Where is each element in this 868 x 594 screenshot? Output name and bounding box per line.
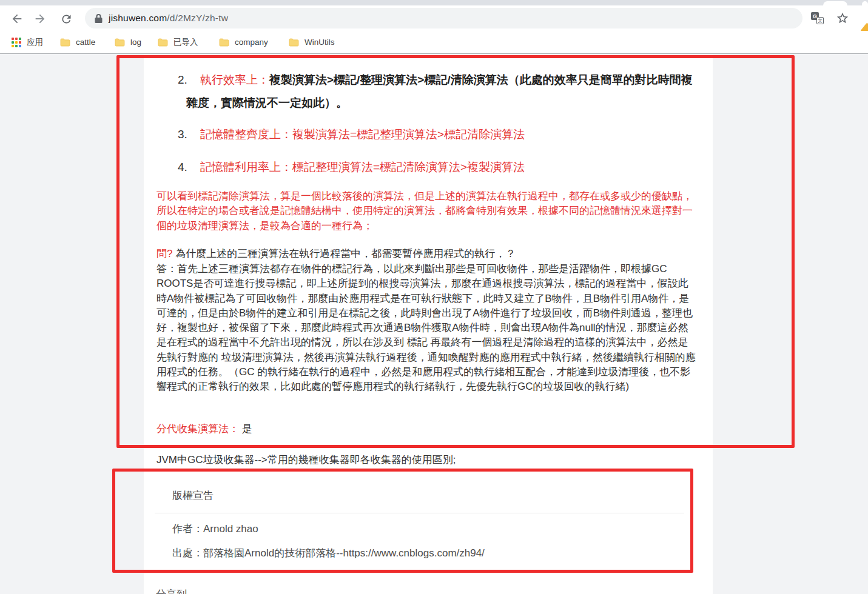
copyright-source-line: 出處：部落格園Arnold的技術部落格--https://www.cnblogs… (172, 546, 485, 561)
bookmark-label: cattle (76, 38, 95, 47)
tab-strip (0, 0, 868, 5)
bookmark-label: company (235, 38, 268, 47)
forward-button[interactable] (33, 12, 47, 26)
generation-value: 是 (242, 423, 252, 435)
source-value: 部落格園Arnold的技術部落格--https://www.cnblogs.co… (203, 547, 485, 559)
forward-arrow-icon (33, 12, 47, 25)
list-item-label: 執行效率上： (200, 73, 269, 86)
article-card: 2. 執行效率上：複製演算法>標記/整理演算法>標記/清除演算法（此處的效率只是… (144, 54, 713, 594)
folder-icon (115, 38, 125, 47)
source-label: 出處： (172, 547, 203, 559)
share-label: 分享到 (156, 587, 187, 594)
bookmark-folder-imported[interactable]: 已导入 (158, 31, 198, 53)
tab-gap-notch (823, 1, 847, 5)
bookmark-folder-company[interactable]: company (219, 31, 268, 53)
back-button[interactable] (10, 12, 24, 26)
folder-icon (219, 38, 229, 47)
translate-icon[interactable]: G 文 (811, 12, 824, 24)
bookmarks-bar: 应用 cattle log 已导入 company WinUtils (0, 31, 868, 53)
summary-paragraph: 可以看到標記清除演算法，算是一個比較落後的演算法，但是上述的演算法在執行過程中，… (156, 189, 698, 233)
folder-icon (289, 38, 299, 47)
url-path: /d/2MzY/zh-tw (167, 13, 228, 24)
browser-window: jishuwen.com/d/2MzY/zh-tw G 文 应用 cattle … (0, 0, 868, 594)
address-bar[interactable]: jishuwen.com/d/2MzY/zh-tw (85, 8, 802, 28)
bookmark-folder-cattle[interactable]: cattle (60, 31, 95, 53)
lock-glyph (95, 13, 103, 23)
list-item-text: 標記整理演算法=標記清除演算法>複製演算法 (292, 161, 525, 173)
generation-label: 分代收集演算法： (156, 423, 239, 435)
list-item-label: 記憶體利用率上： (200, 161, 292, 173)
bookmark-label: WinUtils (304, 38, 335, 47)
list-item-text-wrap: 記憶體利用率上：標記整理演算法=標記清除演算法>複製演算法 (186, 156, 701, 179)
bookmark-star-icon[interactable] (835, 11, 850, 25)
author-label: 作者： (172, 523, 203, 535)
copyright-author-line: 作者：Arnold zhao (172, 522, 258, 536)
translate-wen-glyph: 文 (816, 17, 824, 24)
page-viewport: 2. 執行效率上：複製演算法>標記/整理演算法>標記/清除演算法（此處的效率只是… (0, 53, 868, 594)
back-arrow-icon (10, 12, 24, 25)
question-label: 問? (156, 248, 172, 259)
ssl-lock-icon[interactable] (95, 13, 103, 23)
copyright-divider (155, 513, 684, 513)
reload-icon (60, 13, 73, 25)
list-item-text-wrap: 執行效率上：複製演算法>標記/整理演算法>標記/清除演算法（此處的效率只是簡單的… (186, 68, 701, 115)
generation-line: 分代收集演算法： 是 (156, 422, 698, 436)
author-value: Arnold zhao (203, 523, 258, 535)
reload-button[interactable] (59, 12, 73, 26)
url-domain: jishuwen.com (109, 13, 167, 24)
folder-icon (60, 38, 70, 47)
bookmark-apps[interactable]: 应用 (11, 31, 43, 53)
browser-toolbar: jishuwen.com/d/2MzY/zh-tw G 文 (0, 5, 868, 31)
answer-paragraph: 答：首先上述三種演算法都存在物件的標記行為，以此來判斷出那些是可回收物件，那些是… (156, 262, 698, 395)
list-item-text: 複製演算法=標記整理演算法>標記清除演算法 (292, 128, 525, 141)
bookmark-label: 已导入 (173, 37, 198, 48)
folder-icon (158, 38, 168, 47)
question-text: 為什麼上述的三種演算法在執行過程當中，都需要暫停應用程式的執行，？ (175, 248, 516, 259)
list-item-label: 記憶體整齊度上： (200, 128, 292, 141)
bookmark-folder-winutils[interactable]: WinUtils (289, 31, 335, 53)
bookmark-label: 应用 (27, 37, 43, 48)
star-outline-glyph (836, 12, 849, 25)
copyright-title: 版權宣告 (172, 489, 214, 503)
bookmark-folder-log[interactable]: log (115, 31, 141, 53)
list-item-text-wrap: 記憶體整齊度上：複製演算法=標記整理演算法>標記清除演算法 (186, 123, 701, 146)
jvm-collector-line: JVM中GC垃圾收集器-->常用的幾種收集器即各收集器的使用區別; (156, 453, 698, 467)
tab-gap-notch (862, 1, 868, 5)
apps-grid-icon (11, 37, 21, 47)
question-line: 問? 為什麼上述的三種演算法在執行過程當中，都需要暫停應用程式的執行，？ (156, 247, 698, 261)
bookmark-label: log (130, 38, 141, 47)
